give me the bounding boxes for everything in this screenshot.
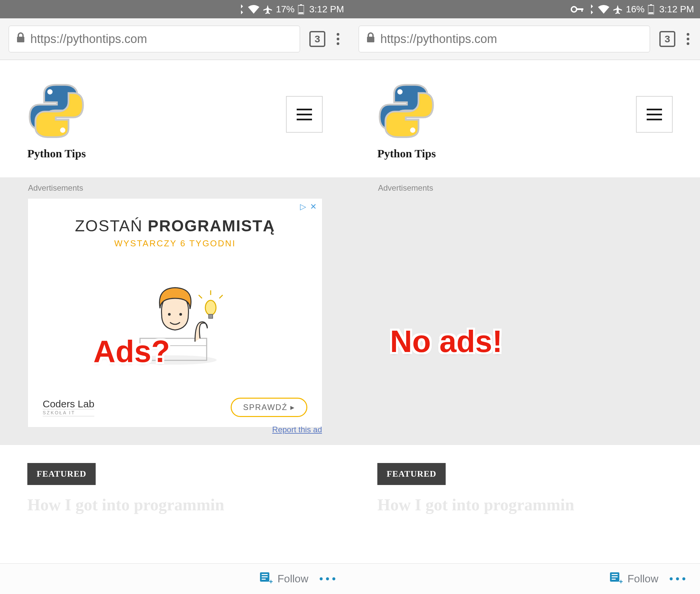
site-header: Python Tips	[0, 60, 350, 177]
close-ad-icon[interactable]: ✕	[310, 202, 316, 211]
svg-point-31	[410, 128, 415, 133]
python-logo	[377, 82, 435, 140]
ad-subheadline: WYSTARCZY 6 TYGODNI	[114, 238, 236, 249]
article-title[interactable]: How I got into programmin	[0, 485, 350, 514]
clock-time: 3:12 PM	[659, 4, 694, 15]
hamburger-menu-button[interactable]	[286, 96, 323, 133]
svg-rect-29	[367, 37, 374, 42]
status-bar: 17% 3:12 PM	[0, 0, 350, 18]
wifi-icon	[598, 5, 609, 14]
airplane-icon	[263, 4, 273, 14]
advertisement-section: Advertisements ▷ ✕ ZOSTAŃ PROGRAMISTĄ WY…	[0, 177, 350, 445]
browser-menu-button[interactable]	[685, 31, 691, 47]
follow-label: Follow	[628, 573, 658, 585]
svg-rect-20	[262, 579, 266, 580]
more-menu-button[interactable]	[670, 578, 685, 580]
hamburger-menu-button[interactable]	[636, 96, 673, 133]
svg-rect-28	[649, 12, 653, 14]
featured-badge: FEATURED	[27, 463, 96, 485]
ad-brand: Coders Lab SZKOŁA IT	[43, 398, 94, 416]
svg-point-6	[60, 128, 65, 133]
lock-icon	[16, 32, 25, 46]
follow-label: Follow	[278, 573, 308, 585]
url-bar[interactable]: https://pythontips.com	[359, 26, 650, 52]
svg-rect-33	[612, 574, 618, 575]
svg-rect-35	[612, 579, 616, 580]
battery-percent: 16%	[626, 4, 645, 15]
vpn-key-icon	[571, 6, 584, 13]
svg-point-30	[397, 89, 403, 95]
svg-point-5	[47, 89, 53, 95]
more-menu-button[interactable]	[320, 578, 335, 580]
tab-count[interactable]: 3	[659, 31, 675, 47]
left-screenshot: 17% 3:12 PM https://pythontips.com 3	[0, 0, 350, 594]
site-header: Python Tips	[350, 60, 700, 177]
adchoices-icon[interactable]: ▷	[300, 202, 306, 211]
battery-icon	[648, 4, 654, 14]
svg-point-11	[179, 313, 182, 316]
report-ad-link[interactable]: Report this ad	[272, 425, 322, 434]
svg-rect-18	[262, 574, 268, 575]
svg-marker-0	[239, 4, 243, 14]
battery-percent: 17%	[276, 4, 295, 15]
reader-icon: +	[259, 571, 273, 587]
right-screenshot: 16% 3:12 PM https://pythontips.com 3	[350, 0, 700, 594]
svg-point-12	[205, 300, 216, 315]
url-text: https://pythontips.com	[380, 32, 497, 46]
browser-menu-button[interactable]	[335, 31, 341, 47]
ad-cta-button[interactable]: SPRAWDŹ ▸	[231, 398, 307, 417]
tab-count[interactable]: 3	[309, 31, 325, 47]
article-title[interactable]: How I got into programmin	[350, 485, 700, 514]
ad-headline: ZOSTAŃ PROGRAMISTĄ	[75, 217, 275, 235]
svg-rect-3	[299, 12, 303, 14]
svg-line-14	[199, 295, 202, 298]
follow-button[interactable]: + Follow	[609, 571, 658, 587]
status-bar: 16% 3:12 PM	[350, 0, 700, 18]
wifi-icon	[248, 5, 259, 14]
ad-illustration	[38, 249, 312, 398]
follow-button[interactable]: + Follow	[259, 571, 308, 587]
svg-text:+: +	[269, 578, 273, 585]
svg-rect-19	[262, 576, 268, 578]
svg-point-10	[168, 313, 171, 316]
bluetooth-transfer-icon	[237, 4, 245, 14]
clock-time: 3:12 PM	[309, 4, 344, 15]
url-text: https://pythontips.com	[30, 32, 147, 46]
svg-rect-13	[209, 314, 213, 318]
annotation-sticker: No ads!	[390, 324, 502, 359]
wordpress-bottom-bar: + Follow	[350, 563, 700, 594]
browser-toolbar: https://pythontips.com 3	[350, 18, 700, 60]
site-title[interactable]: Python Tips	[27, 147, 86, 160]
svg-marker-25	[589, 4, 593, 14]
site-title[interactable]: Python Tips	[377, 147, 436, 160]
svg-rect-34	[612, 576, 618, 578]
reader-icon: +	[609, 571, 623, 587]
battery-icon	[298, 4, 304, 14]
advertisement-section: Advertisements No ads!	[350, 177, 700, 445]
lock-icon	[366, 32, 375, 46]
ads-label: Advertisements	[28, 183, 322, 193]
svg-point-22	[571, 7, 577, 12]
annotation-sticker: Ads?	[93, 334, 170, 369]
svg-text:+: +	[619, 578, 623, 585]
svg-rect-24	[581, 8, 583, 12]
featured-badge: FEATURED	[377, 463, 446, 485]
browser-toolbar: https://pythontips.com 3	[0, 18, 350, 60]
ads-label: Advertisements	[378, 183, 672, 193]
svg-rect-4	[17, 37, 24, 42]
ad-empty-space	[378, 199, 672, 427]
url-bar[interactable]: https://pythontips.com	[9, 26, 300, 52]
wordpress-bottom-bar: + Follow	[0, 563, 350, 594]
airplane-icon	[613, 4, 623, 14]
python-logo	[27, 82, 85, 140]
ad-banner[interactable]: ▷ ✕ ZOSTAŃ PROGRAMISTĄ WYSTARCZY 6 TYGOD…	[28, 199, 322, 427]
svg-line-15	[219, 295, 223, 298]
bluetooth-transfer-icon	[587, 4, 595, 14]
